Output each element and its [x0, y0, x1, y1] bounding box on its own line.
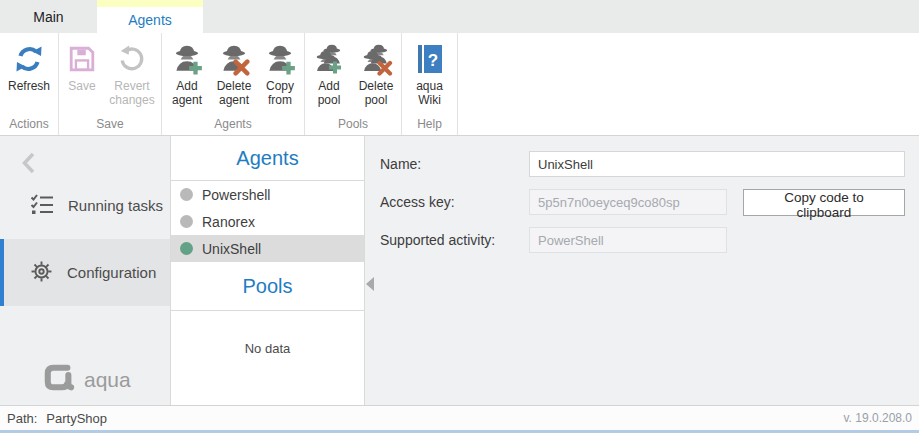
access-key-input [529, 189, 727, 215]
version-text: v. 19.0.208.0 [844, 411, 913, 425]
delete-pool-icon [359, 42, 393, 76]
group-label-actions: Actions [9, 117, 48, 135]
add-pool-button[interactable]: Add pool [306, 33, 352, 117]
revert-icon [115, 42, 149, 76]
aqua-logo-text: aqua [84, 368, 131, 392]
agent-status-dot [180, 188, 193, 201]
group-label-pools: Pools [338, 117, 368, 135]
agent-form: Name: Access key: Copy code to clipboard… [380, 151, 905, 265]
pools-empty-message: No data [171, 341, 364, 356]
refresh-button[interactable]: Refresh [1, 33, 57, 117]
tab-agents[interactable]: Agents [97, 0, 203, 33]
supported-activity-label: Supported activity: [380, 232, 529, 248]
name-input[interactable] [529, 151, 905, 177]
tab-agents-label: Agents [128, 12, 172, 28]
agent-details-panel: Name: Access key: Copy code to clipboard… [365, 136, 919, 405]
agents-pools-panel: Agents Powershell Ranorex UnixShell Pool… [171, 136, 365, 405]
tab-main-label: Main [33, 9, 63, 25]
main-content: Running tasks [0, 136, 919, 405]
ribbon-group-agents: Add agent Delete agent [161, 33, 304, 135]
access-key-label: Access key: [380, 194, 529, 210]
tasks-icon [30, 193, 54, 218]
group-label-save: Save [96, 117, 123, 135]
delete-agent-button[interactable]: Delete agent [211, 33, 257, 117]
add-agent-button[interactable]: Add agent [163, 33, 211, 117]
svg-text:?: ? [427, 51, 437, 70]
agent-name: Powershell [202, 187, 270, 203]
save-icon [65, 42, 99, 76]
ribbon-toolbar: Refresh Actions Save [0, 33, 919, 136]
agents-list-header: Agents [171, 136, 364, 181]
add-agent-label: Add agent [163, 79, 211, 107]
active-tab-highlight [97, 0, 203, 7]
ribbon-group-actions: Refresh Actions [0, 33, 58, 135]
sidebar-item-running-tasks[interactable]: Running tasks [0, 172, 170, 239]
sidebar-item-label: Configuration [67, 264, 156, 281]
save-label: Save [68, 79, 95, 93]
revert-changes-button[interactable]: Revert changes [104, 33, 160, 117]
revert-changes-label: Revert changes [104, 79, 160, 107]
add-pool-label: Add pool [306, 79, 352, 107]
tab-main[interactable]: Main [0, 0, 97, 33]
copy-from-button[interactable]: Copy from [257, 33, 303, 117]
navigation-sidebar: Running tasks [0, 136, 171, 405]
form-row-name: Name: [380, 151, 905, 177]
agent-status-dot [180, 215, 193, 228]
refresh-label: Refresh [8, 79, 50, 93]
agent-name: UnixShell [202, 241, 261, 257]
add-agent-icon [170, 42, 204, 76]
ribbon-group-save: Save Revert changes Save [58, 33, 161, 135]
delete-agent-icon [217, 42, 251, 76]
copy-from-icon [263, 42, 297, 76]
ribbon-tab-bar: Main Agents [0, 0, 919, 33]
copy-from-label: Copy from [257, 79, 303, 107]
agent-list-item-ranorex[interactable]: Ranorex [171, 208, 364, 235]
save-button[interactable]: Save [60, 33, 104, 117]
copy-code-button[interactable]: Copy code to clipboard [743, 189, 905, 216]
agent-status-dot [180, 242, 193, 255]
delete-agent-label: Delete agent [211, 79, 257, 107]
agent-name: Ranorex [202, 214, 255, 230]
status-bar: Path: PartyShop v. 19.0.208.0 [0, 405, 919, 430]
aqua-wiki-label: aqua Wiki [407, 79, 453, 107]
group-label-help: Help [417, 117, 442, 135]
sidebar-nav: Running tasks [0, 172, 170, 306]
group-label-agents: Agents [214, 117, 251, 135]
panel-collapse-handle[interactable] [366, 277, 374, 291]
supported-activity-input [529, 227, 727, 253]
form-row-supported-activity: Supported activity: [380, 227, 905, 253]
refresh-icon [12, 42, 46, 76]
aqua-logo: aqua [43, 363, 131, 396]
pools-list-header: Pools [171, 262, 364, 311]
add-pool-icon [312, 42, 346, 76]
path-label: Path: [7, 411, 37, 426]
aqua-logo-icon [43, 363, 75, 396]
form-row-access-key: Access key: Copy code to clipboard [380, 189, 905, 215]
ribbon-group-pools: Add pool Delete pool Pool [304, 33, 401, 135]
agent-list-item-unixshell[interactable]: UnixShell [171, 235, 364, 262]
name-label: Name: [380, 156, 529, 172]
ribbon-group-help: ? aqua Wiki Help [401, 33, 457, 135]
gear-icon [30, 260, 53, 286]
aqua-wiki-button[interactable]: ? aqua Wiki [407, 33, 453, 117]
delete-pool-button[interactable]: Delete pool [352, 33, 400, 117]
delete-pool-label: Delete pool [352, 79, 400, 107]
path-value: PartyShop [46, 411, 107, 426]
agent-list-item-powershell[interactable]: Powershell [171, 181, 364, 208]
sidebar-item-label: Running tasks [68, 197, 163, 214]
ribbon-group-separator [457, 33, 458, 135]
aqua-wiki-icon: ? [413, 42, 447, 76]
sidebar-item-configuration[interactable]: Configuration [0, 239, 170, 306]
